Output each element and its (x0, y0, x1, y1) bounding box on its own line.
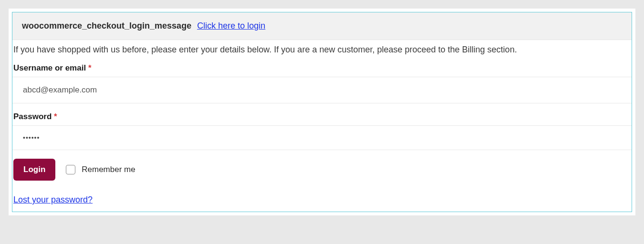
login-form-container: woocommerce_checkout_login_message Click… (12, 12, 632, 212)
lost-password-row: Lost your password? (12, 185, 632, 212)
login-button[interactable]: Login (13, 159, 55, 181)
username-field-group: Username or email * (12, 63, 632, 103)
panel-outer: woocommerce_checkout_login_message Click… (9, 9, 635, 215)
login-message-hook-label: woocommerce_checkout_login_message (22, 21, 191, 31)
remember-me-wrap[interactable]: Remember me (66, 165, 135, 174)
required-mark: * (54, 112, 57, 121)
username-input[interactable] (12, 77, 632, 103)
password-label: Password * (12, 112, 632, 122)
lost-password-link[interactable]: Lost your password? (13, 195, 93, 204)
login-message-bar: woocommerce_checkout_login_message Click… (12, 12, 632, 40)
password-field-group: Password * (12, 112, 632, 150)
username-label: Username or email * (12, 63, 632, 73)
action-row: Login Remember me (12, 150, 632, 185)
login-instruction-text: If you have shopped with us before, plea… (12, 40, 632, 55)
click-to-login-link[interactable]: Click here to login (197, 21, 265, 31)
remember-me-checkbox[interactable] (66, 165, 75, 174)
username-label-text: Username or email (13, 63, 86, 72)
remember-me-label: Remember me (82, 165, 135, 174)
password-input[interactable] (12, 125, 632, 150)
login-form-body: If you have shopped with us before, plea… (12, 40, 632, 212)
required-mark: * (88, 63, 92, 72)
password-label-text: Password (13, 112, 52, 121)
